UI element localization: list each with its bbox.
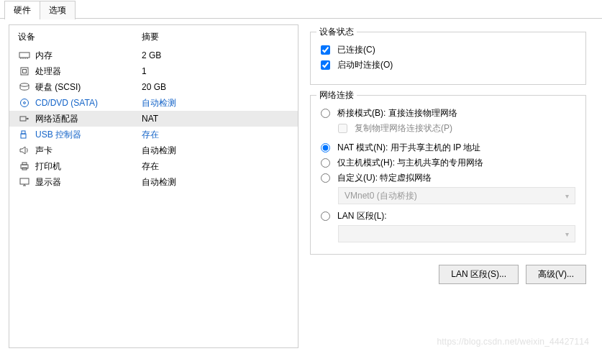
svg-rect-13 xyxy=(22,131,25,134)
checkbox-replicate xyxy=(338,124,347,133)
radio-bridged[interactable]: 桥接模式(B): 直接连接物理网络 xyxy=(321,107,575,119)
cpu-icon xyxy=(18,65,31,77)
tab-bar: 硬件 选项 xyxy=(0,0,602,19)
device-summary: 自动检测 xyxy=(142,174,292,190)
watermark: https://blog.csdn.net/weixin_44427114 xyxy=(437,337,589,347)
device-list-panel: 设备 摘要 内存2 GB处理器1硬盘 (SCSI)20 GBCD/DVD (SA… xyxy=(9,24,298,348)
device-list-header: 设备 摘要 xyxy=(9,31,298,43)
device-label: 网络适配器 xyxy=(35,111,142,127)
device-label: 声卡 xyxy=(35,142,142,158)
radio-input-custom[interactable] xyxy=(321,173,330,183)
check-connected[interactable]: 已连接(C) xyxy=(321,44,575,56)
device-row-disk[interactable]: 硬盘 (SCSI)20 GB xyxy=(9,79,298,95)
group-title-network: 网络连接 xyxy=(316,89,357,101)
device-row-memory[interactable]: 内存2 GB xyxy=(9,47,298,63)
check-connect-at-boot[interactable]: 启动时连接(O) xyxy=(321,59,575,71)
memory-icon xyxy=(18,50,31,61)
label-lan: LAN 区段(L): xyxy=(337,210,387,222)
label-bridged: 桥接模式(B): 直接连接物理网络 xyxy=(337,107,457,119)
usb-icon xyxy=(18,129,31,140)
button-row: LAN 区段(S)... 高级(V)... xyxy=(310,265,593,284)
device-summary: 存在 xyxy=(142,127,292,142)
check-replicate: 复制物理网络连接状态(P) xyxy=(321,122,575,135)
radio-input-nat[interactable] xyxy=(321,143,330,153)
device-label: USB 控制器 xyxy=(35,127,142,142)
device-summary: 存在 xyxy=(142,158,292,174)
device-row-display[interactable]: 显示器自动检测 xyxy=(9,174,298,190)
group-network-connection: 网络连接 桥接模式(B): 直接连接物理网络 复制物理网络连接状态(P) NAT… xyxy=(310,95,586,255)
device-summary: 自动检测 xyxy=(142,142,292,158)
svg-rect-6 xyxy=(23,70,27,73)
svg-rect-18 xyxy=(20,178,29,184)
device-row-cpu[interactable]: 处理器1 xyxy=(9,63,298,79)
label-custom: 自定义(U): 特定虚拟网络 xyxy=(337,172,432,184)
device-summary: 2 GB xyxy=(142,47,292,63)
radio-lan[interactable]: LAN 区段(L): xyxy=(321,210,575,222)
device-row-cd[interactable]: CD/DVD (SATA)自动检测 xyxy=(9,95,298,111)
device-summary: 自动检测 xyxy=(142,95,292,111)
lan-segments-button[interactable]: LAN 区段(S)... xyxy=(439,265,519,284)
checkbox-connected[interactable] xyxy=(321,45,330,55)
settings-panel: 设备状态 已连接(C) 启动时连接(O) 网络连接 桥接模式(B): 直接连接物… xyxy=(298,24,593,348)
chevron-down-icon: ▾ xyxy=(565,192,569,200)
net-icon xyxy=(18,113,31,124)
col-device: 设备 xyxy=(18,31,142,43)
device-row-printer[interactable]: 打印机存在 xyxy=(9,158,298,174)
label-nat: NAT 模式(N): 用于共享主机的 IP 地址 xyxy=(337,142,480,154)
svg-rect-10 xyxy=(20,117,26,121)
disk-icon xyxy=(18,81,31,93)
radio-input-lan[interactable] xyxy=(321,211,330,221)
svg-point-7 xyxy=(20,83,29,86)
tab-options[interactable]: 选项 xyxy=(40,1,76,19)
device-label: 硬盘 (SCSI) xyxy=(35,79,142,95)
svg-rect-14 xyxy=(21,134,26,138)
radio-custom[interactable]: 自定义(U): 特定虚拟网络 xyxy=(321,172,575,184)
device-row-sound[interactable]: 声卡自动检测 xyxy=(9,142,298,158)
svg-point-8 xyxy=(21,99,29,107)
device-row-net[interactable]: 网络适配器NAT xyxy=(9,111,298,127)
device-row-usb[interactable]: USB 控制器存在 xyxy=(9,127,298,142)
svg-rect-0 xyxy=(19,53,29,58)
combo-custom-value: VMnet0 (自动桥接) xyxy=(345,190,417,202)
device-summary: 20 GB xyxy=(142,79,292,95)
cd-icon xyxy=(18,97,31,109)
checkbox-connect-at-boot[interactable] xyxy=(321,60,330,70)
device-label: 内存 xyxy=(35,47,142,63)
radio-nat[interactable]: NAT 模式(N): 用于共享主机的 IP 地址 xyxy=(321,142,575,154)
device-list: 内存2 GB处理器1硬盘 (SCSI)20 GBCD/DVD (SATA)自动检… xyxy=(9,47,298,190)
label-connect-at-boot: 启动时连接(O) xyxy=(337,59,393,71)
main-panel: 设备 摘要 内存2 GB处理器1硬盘 (SCSI)20 GBCD/DVD (SA… xyxy=(0,19,602,355)
radio-input-bridged[interactable] xyxy=(321,109,330,118)
group-device-status: 设备状态 已连接(C) 启动时连接(O) xyxy=(310,32,586,85)
device-label: 处理器 xyxy=(35,63,142,79)
chevron-down-icon: ▾ xyxy=(565,230,569,238)
radio-input-hostonly[interactable] xyxy=(321,158,330,168)
label-connected: 已连接(C) xyxy=(337,44,375,56)
device-summary: NAT xyxy=(142,111,292,127)
group-title-status: 设备状态 xyxy=(316,26,357,38)
svg-rect-5 xyxy=(21,68,28,75)
svg-rect-16 xyxy=(22,163,27,165)
sound-icon xyxy=(18,145,31,156)
label-replicate: 复制物理网络连接状态(P) xyxy=(355,122,452,135)
device-label: 打印机 xyxy=(35,158,142,174)
col-summary: 摘要 xyxy=(142,31,159,43)
combo-custom-vmnet: VMnet0 (自动桥接) ▾ xyxy=(338,187,575,204)
label-hostonly: 仅主机模式(H): 与主机共享的专用网络 xyxy=(337,157,483,169)
printer-icon xyxy=(18,160,31,172)
svg-point-9 xyxy=(24,102,26,104)
device-label: 显示器 xyxy=(35,174,142,190)
device-label: CD/DVD (SATA) xyxy=(35,95,142,111)
tab-hardware[interactable]: 硬件 xyxy=(4,1,40,19)
display-icon xyxy=(18,176,31,188)
advanced-button[interactable]: 高级(V)... xyxy=(526,265,586,284)
device-summary: 1 xyxy=(142,63,292,79)
radio-hostonly[interactable]: 仅主机模式(H): 与主机共享的专用网络 xyxy=(321,157,575,169)
combo-lan-segment: ▾ xyxy=(338,225,575,242)
